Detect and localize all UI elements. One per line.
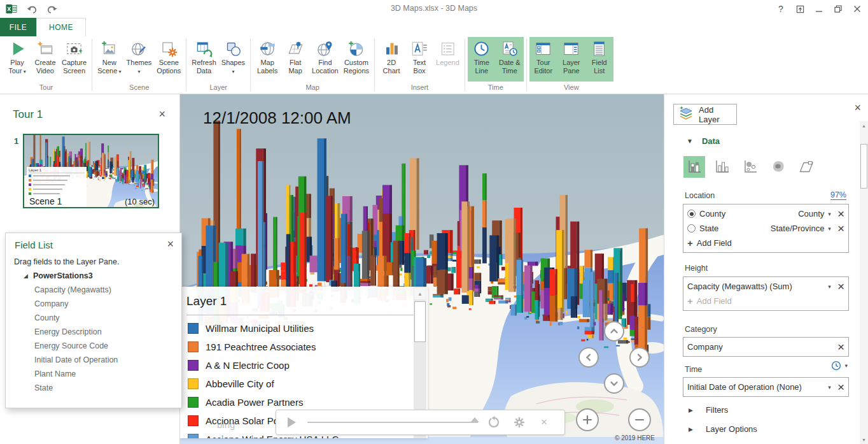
layer-options-section[interactable]: ▶ Layer Options	[689, 424, 757, 434]
pan-left-button[interactable]	[578, 347, 599, 368]
map-viewport[interactable]: 12/1/2008 12:00 AM bing © 2019 HERE Laye…	[180, 94, 664, 444]
legend-scroll-thumb[interactable]	[414, 301, 426, 342]
expand-caret-icon[interactable]: ▶	[689, 426, 693, 433]
ribbon-display-options-icon[interactable]	[793, 3, 807, 15]
map-labels-button[interactable]: MapLabels	[253, 37, 281, 82]
collapse-caret-icon[interactable]: ▼	[687, 138, 693, 145]
time-field-row[interactable]: Initial Date of Operation (None) ▾ ×	[687, 380, 844, 394]
field-list-close-icon[interactable]: ×	[167, 238, 174, 250]
dropdown-caret-icon[interactable]: ▾	[828, 384, 831, 390]
time-slider-thumb[interactable]	[470, 417, 479, 422]
field-list-panel[interactable]: Field List × Drag fields to the Layer Pa…	[5, 233, 182, 408]
capture-screen-icon	[66, 39, 83, 58]
dropdown-caret-icon[interactable]: ▾	[117, 69, 121, 75]
layer-pane-close-icon[interactable]: ×	[854, 102, 861, 113]
time-line-button[interactable]: TimeLine	[468, 37, 496, 82]
tab-home[interactable]: HOME	[36, 18, 86, 36]
field-item[interactable]: Plant Name	[34, 369, 118, 383]
remove-field-icon[interactable]: ×	[837, 208, 844, 220]
minimize-icon[interactable]	[812, 3, 826, 15]
radio-unselected-icon[interactable]	[687, 224, 696, 233]
remove-field-icon[interactable]: ×	[837, 381, 844, 393]
themes-button[interactable]: Themes▾	[124, 37, 155, 82]
dropdown-caret-icon[interactable]: ▾	[137, 69, 140, 75]
pan-down-button[interactable]	[604, 373, 624, 394]
location-add-field[interactable]: + Add Field	[687, 236, 844, 250]
playback-close-icon[interactable]: ×	[536, 414, 552, 431]
height-field-row[interactable]: Capacity (Megawatts) (Sum) ▾ ×	[687, 279, 844, 294]
dropdown-caret-icon[interactable]: ▾	[828, 211, 831, 217]
play-icon[interactable]	[288, 417, 296, 427]
dropdown-caret-icon[interactable]: ▾	[232, 69, 234, 75]
add-layer-button[interactable]: Add Layer	[673, 104, 737, 125]
field-item[interactable]: County	[34, 313, 118, 327]
pan-right-button[interactable]	[629, 347, 650, 368]
text-box-button[interactable]: TextBox	[405, 37, 433, 82]
field-item[interactable]: Energy Source Code	[34, 341, 118, 355]
zoom-in-button[interactable]	[576, 408, 599, 431]
geocoding-percent-link[interactable]: 97%	[830, 190, 846, 200]
shapes-button[interactable]: Shapes▾	[219, 37, 248, 82]
remove-field-icon[interactable]: ×	[837, 222, 844, 234]
viz-type-clustered-column-button[interactable]	[711, 156, 733, 178]
field-list-table-node[interactable]: ◢ PowerStations3	[24, 271, 93, 280]
field-item[interactable]: Company	[34, 299, 118, 313]
tour-pane-close-icon[interactable]: ×	[158, 108, 165, 120]
scroll-thumb[interactable]	[860, 144, 867, 189]
layer-pane-scrollbar[interactable]: ▲ ▼	[860, 121, 868, 444]
new-scene-button[interactable]: NewScene ▾	[95, 37, 123, 82]
2d-chart-button[interactable]: 2DChart	[377, 37, 405, 82]
category-field-row[interactable]: Company ×	[687, 340, 844, 354]
data-section-header[interactable]: ▼ Data	[687, 136, 720, 146]
dropdown-caret-icon[interactable]: ▾	[828, 226, 831, 232]
field-item[interactable]: Capacity (Megawatts)	[34, 285, 118, 299]
time-slider[interactable]	[307, 422, 478, 423]
restore-icon[interactable]	[831, 3, 845, 15]
scene-thumbnail[interactable]: Layer 1 Scene 1 (10 sec)	[23, 134, 159, 208]
flat-map-button[interactable]: FlatMap	[281, 37, 309, 82]
viz-type-heatmap-button[interactable]	[767, 156, 789, 178]
play-tour-button[interactable]: PlayTour ▾	[3, 37, 31, 82]
scroll-down-icon[interactable]: ▼	[860, 435, 868, 444]
playback-settings-gear-icon[interactable]	[511, 414, 528, 431]
close-icon[interactable]	[850, 3, 864, 15]
field-list-button[interactable]: FieldList	[585, 37, 613, 82]
refresh-data-button[interactable]: RefreshData	[189, 37, 219, 82]
legend-scroll-up-icon[interactable]: ▲	[414, 288, 426, 299]
location-dropdown-value[interactable]: State/Province	[771, 224, 825, 233]
height-add-field[interactable]: + Add Field	[687, 294, 844, 308]
scroll-up-icon[interactable]: ▲	[860, 121, 868, 130]
filters-section[interactable]: ▶ Filters	[689, 405, 728, 415]
pan-up-button[interactable]	[604, 321, 624, 341]
dropdown-caret-icon[interactable]: ▾	[844, 362, 848, 369]
location-row-state[interactable]: State State/Province ▾ ×	[687, 221, 844, 236]
viz-type-stacked-column-button[interactable]	[683, 156, 705, 178]
scene-options-button[interactable]: SceneOptions	[154, 37, 183, 82]
location-row-county[interactable]: County County ▾ ×	[687, 206, 844, 221]
dropdown-caret-icon[interactable]: ▾	[22, 69, 26, 75]
remove-field-icon[interactable]: ×	[837, 341, 844, 353]
field-item[interactable]: State	[34, 383, 118, 397]
create-video-button[interactable]: CreateVideo	[31, 37, 59, 82]
custom-regions-button[interactable]: CustomRegions	[341, 37, 372, 82]
radio-selected-icon[interactable]	[687, 210, 696, 218]
location-dropdown-value[interactable]: County	[798, 209, 824, 218]
expander-icon[interactable]: ◢	[24, 273, 28, 279]
layer-pane-button[interactable]: LayerPane	[557, 37, 585, 82]
remove-field-icon[interactable]: ×	[837, 280, 844, 292]
viz-type-bubble-button[interactable]	[739, 156, 761, 178]
tab-file[interactable]: FILE	[0, 18, 36, 36]
loop-icon[interactable]	[486, 414, 503, 431]
zoom-out-button[interactable]	[628, 408, 651, 431]
date-time-button[interactable]: Date &Time	[496, 37, 524, 82]
dropdown-caret-icon[interactable]: ▾	[828, 283, 831, 290]
help-icon[interactable]: ?	[774, 3, 788, 15]
time-settings-control[interactable]: ▾	[831, 361, 848, 371]
tour-editor-button[interactable]: TourEditor	[529, 37, 557, 82]
viz-type-region-button[interactable]	[795, 156, 817, 178]
expand-caret-icon[interactable]: ▶	[689, 407, 693, 413]
field-item[interactable]: Initial Date of Operation	[34, 355, 118, 369]
field-item[interactable]: Energy Description	[34, 327, 118, 341]
capture-screen-button[interactable]: CaptureScreen	[59, 37, 89, 82]
find-location-button[interactable]: FindLocation	[309, 37, 341, 82]
